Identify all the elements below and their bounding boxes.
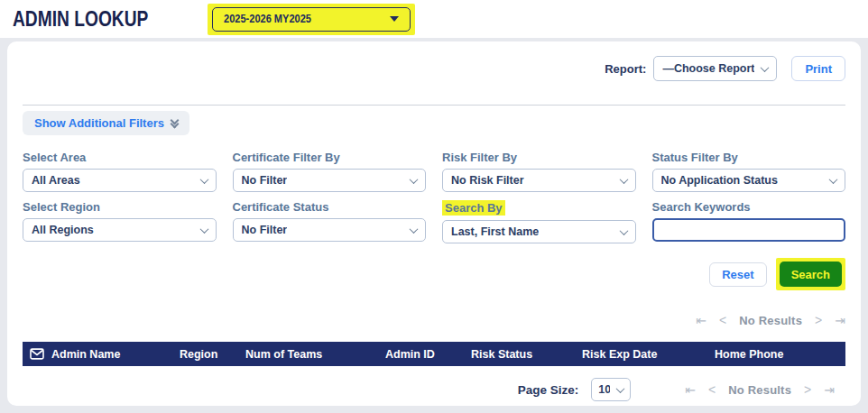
chevron-down-icon xyxy=(410,175,419,184)
select-region-dropdown[interactable]: All Regions xyxy=(23,218,217,242)
chevron-down-icon xyxy=(410,225,419,234)
actions-row: Reset Search xyxy=(23,258,845,290)
column-admin-id[interactable]: Admin ID xyxy=(385,348,471,361)
column-admin-name[interactable]: Admin Name xyxy=(51,348,180,361)
chevron-down-icon xyxy=(829,175,838,184)
page-size-select[interactable]: 100 xyxy=(591,378,631,401)
chevron-down-icon xyxy=(619,226,628,235)
status-filter-by-dropdown[interactable]: No Application Status xyxy=(652,169,846,192)
next-page-icon[interactable]: > xyxy=(815,313,822,327)
chevron-down-icon xyxy=(761,63,770,72)
status-filter-by-value: No Application Status xyxy=(661,174,778,187)
field-status-filter-by: Status Filter By No Application Status xyxy=(652,151,846,192)
status-filter-by-label: Status Filter By xyxy=(652,151,738,164)
column-num-of-teams[interactable]: Num of Teams xyxy=(245,348,385,361)
field-search-by: Search By Last, First Name xyxy=(442,200,636,243)
search-button-highlight: Search xyxy=(776,258,845,290)
field-risk-filter-by: Risk Filter By No Risk Filter xyxy=(442,151,636,192)
show-additional-filters-button[interactable]: Show Additional Filters xyxy=(23,111,189,135)
top-bar: ADMIN LOOKUP 2025-2026 MY2025 xyxy=(0,0,868,38)
search-by-value: Last, First Name xyxy=(451,225,539,238)
field-certificate-status: Certificate Status No Filter xyxy=(233,200,427,243)
pagination: ⇤ < No Results > ⇥ xyxy=(696,313,845,327)
select-region-value: All Regions xyxy=(32,224,94,236)
field-search-keywords: Search Keywords xyxy=(652,200,846,243)
pagination-status: No Results xyxy=(739,314,802,327)
search-by-dropdown[interactable]: Last, First Name xyxy=(442,220,636,243)
print-button[interactable]: Print xyxy=(791,56,845,81)
divider xyxy=(23,105,845,106)
first-page-icon[interactable]: ⇤ xyxy=(685,382,696,397)
risk-filter-by-label: Risk Filter By xyxy=(442,151,517,164)
report-select[interactable]: —Choose Report— xyxy=(653,56,777,81)
first-page-icon[interactable]: ⇤ xyxy=(696,313,706,327)
certificate-status-dropdown[interactable]: No Filter xyxy=(233,218,427,242)
pagination: ⇤ < No Results > ⇥ xyxy=(685,382,835,397)
column-risk-status[interactable]: Risk Status xyxy=(471,348,582,361)
season-select-value: 2025-2026 MY2025 xyxy=(224,13,311,25)
search-keywords-input[interactable] xyxy=(652,218,846,242)
select-area-dropdown[interactable]: All Areas xyxy=(23,169,217,192)
select-area-value: All Areas xyxy=(32,174,80,187)
column-region[interactable]: Region xyxy=(180,348,245,361)
reset-button[interactable]: Reset xyxy=(709,262,766,287)
certificate-filter-by-label: Certificate Filter By xyxy=(233,151,340,164)
risk-filter-by-value: No Risk Filter xyxy=(451,174,524,187)
results-table-header: Admin Name Region Num of Teams Admin ID … xyxy=(23,342,845,366)
prev-page-icon[interactable]: < xyxy=(708,382,716,397)
search-button[interactable]: Search xyxy=(780,262,842,287)
chevron-down-icon xyxy=(199,175,208,184)
search-keywords-label: Search Keywords xyxy=(652,200,751,214)
certificate-status-value: No Filter xyxy=(242,224,288,236)
next-page-icon[interactable]: > xyxy=(804,382,811,397)
main-card: Report: —Choose Report— Print Show Addit… xyxy=(7,41,861,406)
season-select-highlight: 2025-2026 MY2025 xyxy=(208,4,415,35)
season-select[interactable]: 2025-2026 MY2025 xyxy=(212,7,411,32)
chevron-down-icon xyxy=(616,384,625,393)
field-certificate-filter-by: Certificate Filter By No Filter xyxy=(233,151,427,192)
report-select-value: —Choose Report— xyxy=(662,62,754,75)
field-select-area: Select Area All Areas xyxy=(23,151,217,192)
certificate-status-label: Certificate Status xyxy=(233,200,329,214)
report-row: Report: —Choose Report— Print xyxy=(23,56,845,81)
show-additional-filters-label: Show Additional Filters xyxy=(34,116,164,130)
column-home-phone[interactable]: Home Phone xyxy=(715,348,845,361)
last-page-icon[interactable]: ⇥ xyxy=(824,382,835,397)
column-risk-exp-date[interactable]: Risk Exp Date xyxy=(582,348,715,361)
page-size-value: 100 xyxy=(598,383,610,396)
certificate-filter-by-dropdown[interactable]: No Filter xyxy=(233,169,427,192)
email-column-header[interactable] xyxy=(23,348,51,360)
risk-filter-by-dropdown[interactable]: No Risk Filter xyxy=(442,169,636,192)
envelope-icon xyxy=(30,348,44,360)
certificate-filter-by-value: No Filter xyxy=(242,174,288,187)
top-pagination-row: ⇤ < No Results > ⇥ xyxy=(23,313,845,327)
chevron-down-icon xyxy=(199,225,208,234)
prev-page-icon[interactable]: < xyxy=(719,313,726,327)
report-label: Report: xyxy=(605,62,646,76)
select-area-label: Select Area xyxy=(23,151,86,164)
select-region-label: Select Region xyxy=(23,200,100,214)
page-size-label: Page Size: xyxy=(518,383,579,397)
filters-grid: Select Area All Areas Certificate Filter… xyxy=(23,151,845,243)
pagination-status: No Results xyxy=(728,383,791,397)
dropdown-triangle-icon xyxy=(390,16,399,22)
page-title: ADMIN LOOKUP xyxy=(13,6,148,32)
search-by-label: Search By xyxy=(442,200,505,216)
footer-row: Page Size: 100 ⇤ < No Results > ⇥ xyxy=(23,378,845,401)
chevron-down-icon xyxy=(619,175,628,184)
double-chevron-down-icon xyxy=(171,117,178,127)
last-page-icon[interactable]: ⇥ xyxy=(835,313,845,327)
field-select-region: Select Region All Regions xyxy=(23,200,217,243)
